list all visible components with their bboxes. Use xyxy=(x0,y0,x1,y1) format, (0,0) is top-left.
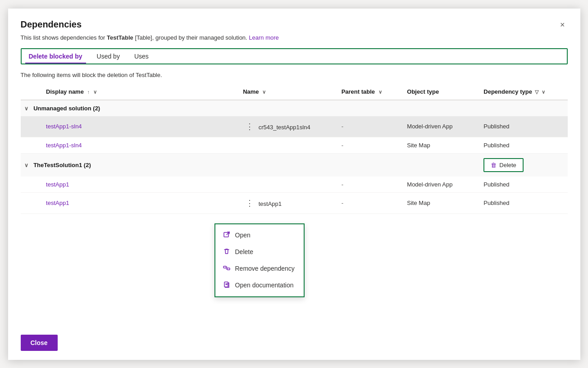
col-expand-header xyxy=(21,84,43,100)
row1-object-type: Model-driven App xyxy=(407,123,452,130)
close-dialog-button[interactable]: × xyxy=(557,19,568,31)
tab-uses[interactable]: Uses xyxy=(127,49,156,64)
table-row: testApp1-sln4 ⋮ cr543_testApp1sln4 - Mod… xyxy=(21,116,568,137)
group-row-unmanaged: ∨ Unmanaged solution (2) xyxy=(21,100,568,116)
tabs-container: Delete blocked by Used by Uses xyxy=(21,48,568,64)
row1-dep-type: Published xyxy=(483,123,509,130)
context-menu: Open Delete Remove depen xyxy=(214,223,305,297)
dialog-header: Dependencies × xyxy=(21,19,568,31)
tab-delete-blocked-by[interactable]: Delete blocked by xyxy=(22,49,90,64)
dependencies-dialog: Dependencies × This list shows dependenc… xyxy=(8,9,580,360)
svg-rect-1 xyxy=(223,266,226,268)
row4-display-name[interactable]: testApp1 xyxy=(46,200,69,206)
row1-name: cr543_testApp1sln4 xyxy=(259,124,310,131)
table-row: testApp1 ⋮ testApp1 - Site Map Published xyxy=(21,192,568,214)
display-name-sort-desc-icon[interactable]: ∨ xyxy=(93,89,97,95)
context-menu-item-open-documentation[interactable]: Open documentation xyxy=(215,277,304,294)
row4-object-type: Site Map xyxy=(407,200,430,206)
open-icon xyxy=(223,231,231,240)
row1-display-name[interactable]: testApp1-sln4 xyxy=(46,123,82,130)
table-row: testApp1-sln4 - Site Map Published xyxy=(21,137,568,153)
group-chevron-solution1[interactable]: ∨ xyxy=(24,162,28,168)
dialog-title: Dependencies xyxy=(21,19,82,30)
block-notice: The following items will block the delet… xyxy=(21,72,568,78)
remove-dep-icon xyxy=(223,264,231,273)
dialog-footer: Close xyxy=(21,335,568,351)
context-menu-item-remove-dependency[interactable]: Remove dependency xyxy=(215,260,304,277)
name-sort-icon[interactable]: ∨ xyxy=(262,89,266,95)
row3-object-type: Model-driven App xyxy=(407,181,452,188)
row1-expand xyxy=(21,116,43,137)
display-name-sort-asc-icon[interactable]: ↑ xyxy=(87,89,90,95)
row2-dep-type: Published xyxy=(483,142,509,149)
context-menu-item-open[interactable]: Open xyxy=(215,227,304,244)
col-name-header: Name ∨ xyxy=(239,84,338,100)
col-display-name-header: Display name ↑ ∨ xyxy=(42,84,239,100)
dependencies-table: Display name ↑ ∨ Name ∨ Parent table ∨ O… xyxy=(21,84,568,214)
col-dependency-type-header: Dependency type ▽ ∨ xyxy=(480,84,567,100)
open-doc-icon xyxy=(223,281,231,290)
row3-dep-type: Published xyxy=(483,181,509,188)
row4-parent: - xyxy=(342,200,343,206)
col-object-type-header: Object type xyxy=(403,84,480,100)
delete-menu-icon xyxy=(223,248,231,256)
group-row-thetesteolution1: ∨ TheTestSolution1 (2) 🗑 Delete xyxy=(21,153,568,177)
row2-expand xyxy=(21,137,43,153)
dependency-sort-icon[interactable]: ∨ xyxy=(542,89,545,95)
delete-icon: 🗑 xyxy=(491,162,497,168)
row2-display-name[interactable]: testApp1-sln4 xyxy=(46,142,82,149)
context-menu-item-delete[interactable]: Delete xyxy=(215,244,304,260)
dependency-filter-icon[interactable]: ▽ xyxy=(535,89,538,95)
row4-name: testApp1 xyxy=(259,200,282,207)
row4-dep-type: Published xyxy=(483,200,509,206)
close-footer-button[interactable]: Close xyxy=(21,335,58,351)
group-delete-button[interactable]: 🗑 Delete xyxy=(483,158,524,172)
learn-more-link[interactable]: Learn more xyxy=(249,34,278,41)
row3-expand xyxy=(21,177,43,193)
row4-more-button[interactable]: ⋮ xyxy=(243,197,257,209)
col-parent-table-header: Parent table ∨ xyxy=(338,84,404,100)
row2-parent: - xyxy=(342,142,343,149)
row1-parent: - xyxy=(342,123,343,130)
table-row: testApp1 - Model-driven App Published xyxy=(21,177,568,193)
row1-more-button[interactable]: ⋮ xyxy=(243,121,257,132)
group-chevron-unmanaged[interactable]: ∨ xyxy=(24,105,28,112)
parent-sort-icon[interactable]: ∨ xyxy=(378,89,382,95)
table-header-row: Display name ↑ ∨ Name ∨ Parent table ∨ O… xyxy=(21,84,568,100)
row3-parent: - xyxy=(342,181,343,188)
row2-object-type: Site Map xyxy=(407,142,430,149)
svg-rect-2 xyxy=(227,268,230,270)
tab-used-by[interactable]: Used by xyxy=(90,49,127,64)
row3-display-name[interactable]: testApp1 xyxy=(46,181,69,188)
row4-expand xyxy=(21,192,43,214)
dialog-subtitle: This list shows dependencies for TestTab… xyxy=(21,34,568,41)
table-container: Display name ↑ ∨ Name ∨ Parent table ∨ O… xyxy=(21,84,568,327)
